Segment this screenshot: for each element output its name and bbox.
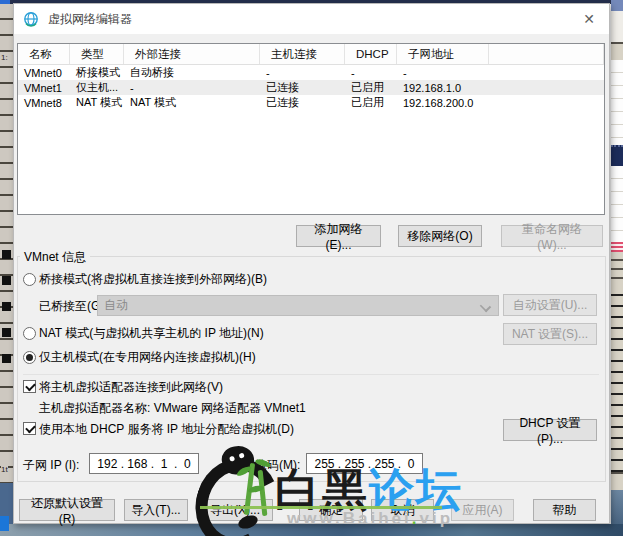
subnet-mask-label: 子网掩码(M): [231, 457, 300, 474]
column-header-dhcp[interactable]: DHCP [345, 44, 397, 64]
background-bottom-strip [0, 524, 623, 536]
host-only-mode-label[interactable]: 仅主机模式(在专用网络内连接虚拟机)(H) [39, 349, 256, 366]
cell-type: NAT 模式 [70, 95, 124, 110]
vmnet-info-groupbox [17, 256, 606, 482]
bridged-to-value: 自动 [104, 297, 128, 314]
cell-name: VMnet8 [18, 97, 70, 109]
subnet-ip-value: 192 . 168 . 1 . 0 [97, 457, 190, 471]
restore-defaults-button[interactable]: 还原默认设置(R) [19, 499, 115, 521]
cell-subnet: 192.168.200.0 [397, 97, 489, 109]
column-header-blank [489, 44, 604, 64]
chevron-down-icon [480, 301, 491, 312]
column-header-type[interactable]: 类型 [70, 44, 124, 64]
nat-mode-label[interactable]: NAT 模式(与虚拟机共享主机的 IP 地址)(N) [39, 325, 264, 342]
background-text-fragment: 1t [1, 464, 8, 475]
use-local-dhcp-label[interactable]: 使用本地 DHCP 服务将 IP 地址分配给虚拟机(D) [39, 421, 294, 438]
column-header-name[interactable]: 名称 [18, 44, 70, 64]
background-checkbox-mark [2, 276, 11, 285]
add-network-button[interactable]: 添加网络(E)... [296, 225, 381, 247]
bridged-mode-radio[interactable] [23, 273, 36, 286]
network-globe-icon [23, 11, 39, 27]
close-icon[interactable]: ✕ [569, 4, 609, 34]
table-row-vmnet0[interactable]: VMnet0 桥接模式 自动桥接 - - - [18, 65, 604, 80]
column-header-subnet[interactable]: 子网地址 [397, 44, 489, 64]
remove-network-button[interactable]: 移除网络(O) [398, 225, 482, 247]
background-bottom-blue-mark [0, 516, 9, 531]
dhcp-settings-button[interactable]: DHCP 设置(P)... [503, 419, 597, 441]
background-checkbox-mark [2, 354, 11, 363]
cell-external: - [124, 82, 260, 94]
table-row-vmnet1-selected[interactable]: VMnet1 仅主机... - 已连接 已启用 192.168.1.0 [18, 80, 604, 95]
cancel-button[interactable]: 取消 [371, 499, 434, 521]
host-adapter-name-text: 主机虚拟适配器名称: VMware 网络适配器 VMnet1 [39, 400, 306, 417]
background-right-pink-marks [611, 242, 623, 252]
background-text-fragment: 1: [1, 52, 8, 63]
cell-dhcp: 已启用 [345, 80, 397, 95]
background-right-rows [611, 60, 623, 145]
cell-host: 已连接 [260, 80, 345, 95]
background-checkbox-mark [2, 302, 11, 311]
use-local-dhcp-checkbox[interactable] [23, 422, 36, 435]
cell-external: NAT 模式 [124, 95, 260, 110]
subnet-mask-value: 255 . 255 . 255 . 0 [314, 457, 414, 471]
background-right-panel [611, 0, 623, 536]
cell-subnet: 192.168.1.0 [397, 82, 489, 94]
cell-type: 仅主机... [70, 80, 124, 95]
background-left-panel: 1: 1t [0, 4, 13, 483]
background-right-block [611, 472, 623, 492]
nat-settings-button: NAT 设置(S)... [503, 323, 597, 345]
table-row-vmnet8[interactable]: VMnet8 NAT 模式 NAT 模式 已连接 已启用 192.168.200… [18, 95, 604, 110]
background-checkbox-mark [2, 250, 11, 259]
vmnet-info-group-label: VMnet 信息 [20, 249, 90, 266]
cell-subnet: - [397, 67, 489, 79]
background-right-blue [611, 0, 623, 11]
help-button[interactable]: 帮助 [533, 499, 596, 521]
vmnet-table: 名称 类型 外部连接 主机连接 DHCP 子网地址 VMnet0 桥接模式 自动… [17, 43, 605, 215]
ok-button[interactable]: 确定 [299, 499, 363, 521]
cell-host: - [260, 67, 345, 79]
subnet-mask-input[interactable]: 255 . 255 . 255 . 0 [306, 453, 423, 474]
dialog-title: 虚拟网络编辑器 [48, 11, 132, 28]
background-right-selection [611, 145, 623, 168]
background-right-block [611, 252, 623, 285]
vmnet-table-header: 名称 类型 外部连接 主机连接 DHCP 子网地址 [18, 44, 604, 65]
background-checkbox-mark [2, 328, 11, 337]
cell-type: 桥接模式 [70, 65, 124, 80]
column-header-host[interactable]: 主机连接 [260, 44, 345, 64]
column-header-external[interactable]: 外部连接 [124, 44, 260, 64]
auto-settings-button: 自动设置(U)... [503, 294, 597, 316]
cell-dhcp: - [345, 67, 397, 79]
subnet-ip-input[interactable]: 192 . 168 . 1 . 0 [89, 453, 199, 474]
cell-host: 已连接 [260, 95, 345, 110]
cell-name: VMnet0 [18, 67, 70, 79]
background-right-dashed-rows [611, 285, 623, 472]
cell-external: 自动桥接 [124, 65, 260, 80]
subnet-ip-label: 子网 IP (I): [23, 457, 79, 474]
dialog-titlebar[interactable]: 虚拟网络编辑器 ✕ [14, 4, 609, 34]
connect-host-adapter-checkbox[interactable] [23, 380, 36, 393]
cell-name: VMnet1 [18, 82, 70, 94]
import-button[interactable]: 导入(T)... [124, 499, 188, 521]
export-button[interactable]: 导出(X)... [197, 499, 273, 521]
screen: 1: 1t 虚拟网络编辑器 ✕ 名称 [0, 0, 623, 536]
apply-button: 应用(A) [451, 499, 514, 521]
host-only-mode-radio[interactable] [23, 351, 36, 364]
rename-network-button: 重命名网络(W)... [501, 225, 603, 247]
background-right-rows [611, 166, 623, 242]
virtual-network-editor-dialog: 虚拟网络编辑器 ✕ 名称 类型 外部连接 主机连接 DHCP 子网地址 VMne… [13, 3, 610, 524]
bridged-to-dropdown[interactable]: 自动 [97, 295, 499, 316]
bridged-mode-label[interactable]: 桥接模式(将虚拟机直接连接到外部网络)(B) [39, 271, 267, 288]
nat-mode-radio[interactable] [23, 327, 36, 340]
group-separator [23, 374, 599, 375]
cell-dhcp: 已启用 [345, 95, 397, 110]
connect-host-adapter-label[interactable]: 将主机虚拟适配器连接到此网络(V) [39, 379, 223, 396]
